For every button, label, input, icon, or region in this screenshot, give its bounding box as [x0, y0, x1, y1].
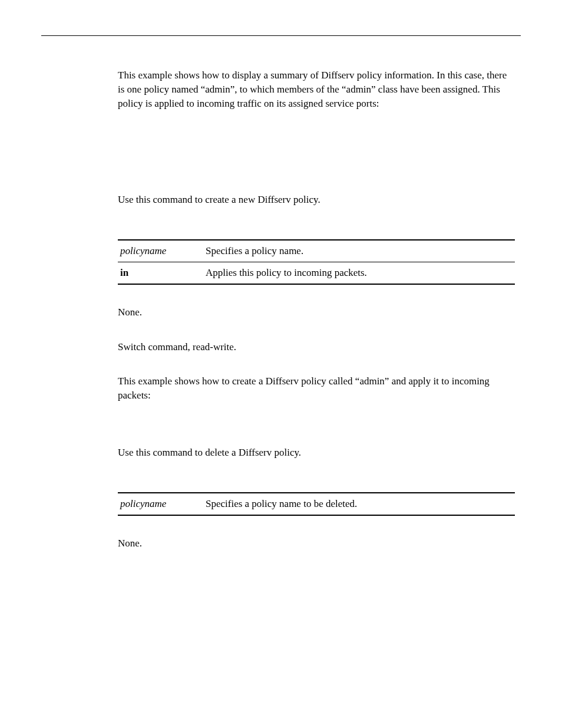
intro-example-text: This example shows how to display a summ… — [118, 68, 515, 110]
param-desc: Specifies a policy name to be deleted. — [203, 493, 515, 515]
param-name: in — [118, 262, 203, 284]
page-content: This example shows how to display a summ… — [118, 68, 515, 550]
table-row: policyname Specifies a policy name. — [118, 240, 515, 262]
delete-description: Use this command to delete a Diffserv po… — [118, 446, 515, 460]
create-defaults: None. — [118, 305, 515, 319]
create-example-text: This example shows how to create a Diffs… — [118, 374, 515, 403]
param-name: policyname — [118, 493, 203, 515]
param-desc: Specifies a policy name. — [203, 240, 515, 262]
param-name: policyname — [118, 240, 203, 262]
create-mode: Switch command, read-write. — [118, 340, 515, 354]
create-description: Use this command to create a new Diffser… — [118, 193, 515, 207]
header-rule — [41, 35, 521, 36]
delete-params-table: policyname Specifies a policy name to be… — [118, 492, 515, 516]
table-row: policyname Specifies a policy name to be… — [118, 493, 515, 515]
table-row: in Applies this policy to incoming packe… — [118, 262, 515, 284]
param-desc: Applies this policy to incoming packets. — [203, 262, 515, 284]
delete-defaults: None. — [118, 536, 515, 551]
create-params-table: policyname Specifies a policy name. in A… — [118, 239, 515, 285]
